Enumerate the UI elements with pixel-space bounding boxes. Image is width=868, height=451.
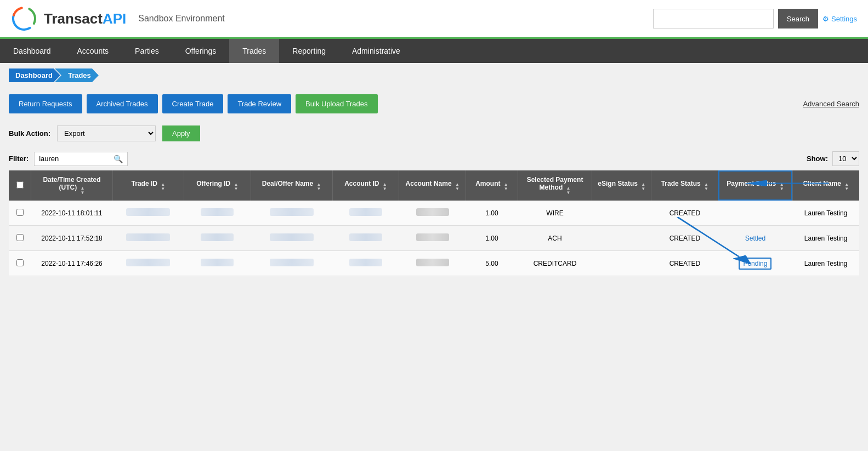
row1-offeringid <box>184 201 251 226</box>
bulk-action-label: Bulk Action: <box>9 129 50 138</box>
nav-parties[interactable]: Parties <box>122 39 172 63</box>
row3-offeringid <box>184 251 251 276</box>
th-amount[interactable]: Amount ▲▼ <box>466 170 518 201</box>
row1-accountid <box>332 201 399 226</box>
search-input[interactable] <box>653 9 774 28</box>
filter-label: Filter: <box>9 155 29 163</box>
svg-point-2 <box>11 5 37 32</box>
row2-amount: 1.00 <box>466 226 518 251</box>
th-dealname[interactable]: Deal/Offer Name ▲▼ <box>251 170 332 201</box>
action-buttons: Return Requests Archived Trades Create T… <box>9 94 378 113</box>
select-all-checkbox[interactable] <box>16 181 24 189</box>
row3-tradeid <box>112 251 184 276</box>
filter-input[interactable] <box>39 155 110 163</box>
top-header: TransactAPI Sandbox Environment Search ⚙… <box>0 0 868 39</box>
row3-tradestatus: CREATED <box>651 251 718 276</box>
show-label: Show: <box>807 155 828 163</box>
nav-trades[interactable]: Trades <box>229 39 279 63</box>
row1-tradestatus: CREATED <box>651 201 718 226</box>
row2-clientname: Lauren Testing <box>792 226 859 251</box>
row2-tradeid <box>112 226 184 251</box>
table-row: 2022-10-11 18:01:11 1.00 WIRE CREATED La… <box>9 201 859 226</box>
search-icon: 🔍 <box>114 155 123 163</box>
pending-status-badge: Pending <box>739 258 771 270</box>
th-datetime[interactable]: Date/Time Created (UTC) ▲▼ <box>31 170 113 201</box>
row2-paymentstatus: Settled <box>718 226 792 251</box>
logo-text: TransactAPI <box>44 10 126 27</box>
table-wrap: Date/Time Created (UTC) ▲▼ Trade ID ▲▼ O… <box>0 170 868 287</box>
row1-accountname <box>399 201 466 226</box>
svg-point-1 <box>11 5 37 32</box>
row3-amount: 5.00 <box>466 251 518 276</box>
row2-payment-method: ACH <box>518 226 592 251</box>
nav-accounts[interactable]: Accounts <box>64 39 122 63</box>
row3-dealname <box>251 251 332 276</box>
sandbox-label: Sandbox Environment <box>138 14 224 24</box>
nav-offerings[interactable]: Offerings <box>172 39 230 63</box>
row3-clientname: Lauren Testing <box>792 251 859 276</box>
row1-paymentstatus <box>718 201 792 226</box>
nav-dashboard[interactable]: Dashboard <box>0 39 64 63</box>
table-row: 2022-10-11 17:52:18 1.00 ACH CREATED Set… <box>9 226 859 251</box>
row1-tradeid <box>112 201 184 226</box>
th-tradestatus[interactable]: Trade Status ▲▼ <box>651 170 718 201</box>
search-button[interactable]: Search <box>778 9 818 28</box>
th-select-all[interactable] <box>9 170 31 201</box>
th-accountid[interactable]: Account ID ▲▼ <box>332 170 399 201</box>
show-select[interactable]: 10 25 50 <box>832 151 859 166</box>
create-trade-button[interactable]: Create Trade <box>162 94 224 113</box>
logo-area: TransactAPI Sandbox Environment <box>11 5 225 32</box>
row1-check[interactable] <box>9 201 31 226</box>
trades-table: Date/Time Created (UTC) ▲▼ Trade ID ▲▼ O… <box>9 170 859 276</box>
logo-icon <box>11 5 37 32</box>
row1-amount: 1.00 <box>466 201 518 226</box>
main-nav: Dashboard Accounts Parties Offerings Tra… <box>0 39 868 63</box>
nav-reporting[interactable]: Reporting <box>279 39 339 63</box>
row2-tradestatus: CREATED <box>651 226 718 251</box>
row2-esign <box>592 226 651 251</box>
bulk-upload-button[interactable]: Bulk Upload Trades <box>296 94 377 113</box>
row2-offeringid <box>184 226 251 251</box>
row2-accountname <box>399 226 466 251</box>
bulk-action-select[interactable]: Export <box>57 125 156 141</box>
row3-esign <box>592 251 651 276</box>
table-row: 2022-10-11 17:46:26 5.00 CREDITCARD CREA… <box>9 251 859 276</box>
row3-accountid <box>332 251 399 276</box>
bulk-action-bar: Bulk Action: Export Apply <box>0 120 868 147</box>
nav-administrative[interactable]: Administrative <box>339 39 413 63</box>
breadcrumb: Dashboard Trades <box>0 63 868 88</box>
trade-review-button[interactable]: Trade Review <box>228 94 291 113</box>
settings-button[interactable]: ⚙ Settings <box>822 15 857 23</box>
row1-datetime: 2022-10-11 18:01:11 <box>31 201 113 226</box>
row3-payment-method: CREDITCARD <box>518 251 592 276</box>
th-clientname[interactable]: Client Name ▲▼ <box>792 170 859 201</box>
row1-clientname: Lauren Testing <box>792 201 859 226</box>
return-requests-button[interactable]: Return Requests <box>9 94 82 113</box>
th-offeringid[interactable]: Offering ID ▲▼ <box>184 170 251 201</box>
apply-button[interactable]: Apply <box>162 125 200 141</box>
row1-esign <box>592 201 651 226</box>
th-esign[interactable]: eSign Status ▲▼ <box>592 170 651 201</box>
breadcrumb-dashboard[interactable]: Dashboard <box>9 68 60 82</box>
row1-payment-method: WIRE <box>518 201 592 226</box>
header-right: Search ⚙ Settings <box>653 9 857 28</box>
archived-trades-button[interactable]: Archived Trades <box>87 94 158 113</box>
row3-accountname <box>399 251 466 276</box>
th-accountname[interactable]: Account Name ▲▼ <box>399 170 466 201</box>
row2-dealname <box>251 226 332 251</box>
row1-dealname <box>251 201 332 226</box>
row3-check[interactable] <box>9 251 31 276</box>
filter-left: Filter: 🔍 <box>9 152 128 166</box>
th-paymentstatus[interactable]: Payment Status ▲▼ <box>718 170 792 201</box>
row3-paymentstatus: Pending <box>718 251 792 276</box>
filter-bar: Filter: 🔍 Show: 10 25 50 <box>0 147 868 170</box>
advanced-search-link[interactable]: Advanced Search <box>803 100 859 108</box>
row3-datetime: 2022-10-11 17:46:26 <box>31 251 113 276</box>
filter-input-wrap: 🔍 <box>34 152 128 166</box>
row2-check[interactable] <box>9 226 31 251</box>
svg-point-0 <box>11 5 37 32</box>
th-payment-method[interactable]: Selected Payment Method ▲▼ <box>518 170 592 201</box>
breadcrumb-trades[interactable]: Trades <box>55 68 99 82</box>
th-tradeid[interactable]: Trade ID ▲▼ <box>112 170 184 201</box>
filter-right: Show: 10 25 50 <box>807 151 859 166</box>
